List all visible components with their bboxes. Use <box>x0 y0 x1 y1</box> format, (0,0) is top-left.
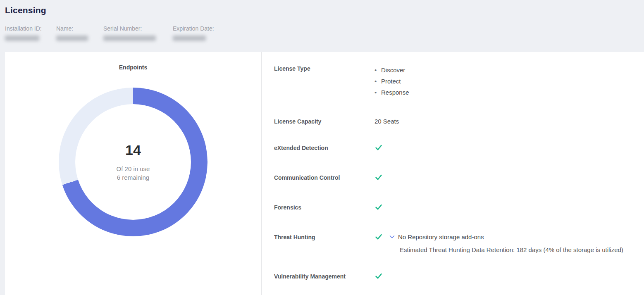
expiration-date-redacted-value <box>173 36 206 41</box>
license-type-item: Protect <box>374 76 636 87</box>
license-type-item: Response <box>374 87 636 98</box>
chart-title: Endpoints <box>119 64 147 71</box>
endpoints-chart-section: Endpoints 14 Of 20 in use 6 remaining <box>5 52 261 295</box>
row-communication-control: Communication Control <box>274 174 636 183</box>
serial-number-label: Serial Number: <box>103 25 173 32</box>
license-type-list: Discover Protect Response <box>374 64 636 98</box>
row-vulnerability-management: Vulnerability Management <box>274 272 636 281</box>
communication-control-label: Communication Control <box>274 174 368 181</box>
expiration-date-label: Expiration Date: <box>173 25 214 32</box>
check-icon <box>374 272 383 280</box>
meta-expiration-date: Expiration Date: <box>173 25 214 41</box>
donut-center-value: 14 <box>125 142 141 158</box>
license-meta-row: Installation ID: Name: Serial Number: Ex… <box>5 25 644 41</box>
license-details-section: License Type Discover Protect Response L… <box>262 52 644 295</box>
check-icon <box>374 233 383 240</box>
license-capacity-value: 20 Seats <box>374 117 636 125</box>
serial-number-redacted-value <box>103 36 156 41</box>
chevron-down-icon[interactable] <box>389 235 395 239</box>
license-capacity-label: License Capacity <box>274 117 368 125</box>
licensing-page: Licensing Installation ID: Name: Serial … <box>0 0 644 295</box>
installation-id-redacted-value <box>5 36 39 41</box>
row-forensics: Forensics <box>274 203 636 212</box>
meta-installation-id: Installation ID: <box>5 25 56 41</box>
installation-id-label: Installation ID: <box>5 25 56 32</box>
donut-center: 14 Of 20 in use 6 remaining <box>75 104 191 220</box>
name-label: Name: <box>56 25 103 32</box>
license-panel: Endpoints 14 Of 20 in use 6 remaining Li… <box>5 52 644 295</box>
row-threat-hunting: Threat Hunting No Repository storage add… <box>274 233 636 253</box>
check-icon <box>374 203 383 211</box>
endpoints-donut-chart: 14 Of 20 in use 6 remaining <box>59 88 208 236</box>
row-extended-detection: eXtended Detection <box>274 144 636 153</box>
page-title: Licensing <box>5 5 644 15</box>
license-type-label: License Type <box>274 64 368 72</box>
row-license-type: License Type Discover Protect Response <box>274 64 636 98</box>
page-header: Licensing Installation ID: Name: Serial … <box>0 0 644 41</box>
forensics-label: Forensics <box>274 203 368 211</box>
name-redacted-value <box>56 36 88 41</box>
repository-addons-label: No Repository storage add-ons <box>398 233 484 240</box>
donut-center-line1: Of 20 in use <box>117 164 150 173</box>
extended-detection-label: eXtended Detection <box>274 144 368 151</box>
threat-hunting-expand-line: No Repository storage add-ons <box>374 233 636 240</box>
row-license-capacity: License Capacity 20 Seats <box>274 117 636 125</box>
check-icon <box>374 144 383 151</box>
donut-center-line2: 6 remaining <box>117 173 149 182</box>
meta-serial-number: Serial Number: <box>103 25 173 41</box>
threat-hunting-retention-detail: Estimated Threat Hunting Data Retention:… <box>400 246 636 253</box>
license-type-item: Discover <box>374 64 636 76</box>
threat-hunting-label: Threat Hunting <box>274 233 368 240</box>
meta-name: Name: <box>56 25 103 41</box>
vulnerability-management-label: Vulnerability Management <box>274 272 368 280</box>
check-icon <box>374 174 383 181</box>
